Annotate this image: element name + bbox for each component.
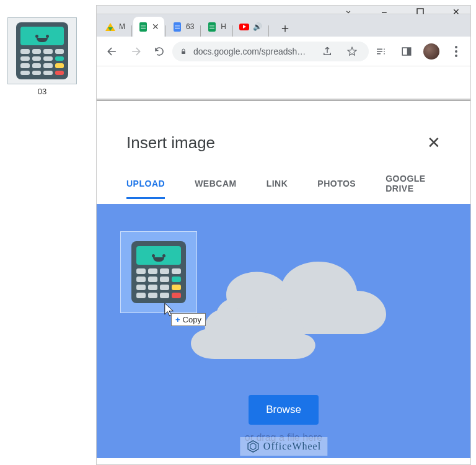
browser-tab-docs[interactable]: 63 [167, 17, 199, 37]
desktop-file-thumb [7, 17, 77, 84]
watermark: OfficeWheel [240, 437, 327, 456]
modal-title: Insert image [126, 133, 215, 153]
tab-label: H [221, 22, 226, 31]
tab-label: M [119, 22, 125, 31]
reading-list-icon[interactable] [371, 42, 390, 61]
browser-tab-drive[interactable]: M [100, 17, 130, 37]
youtube-icon [239, 22, 249, 32]
modal-tab-upload[interactable]: UPLOAD [126, 170, 165, 199]
new-tab-button[interactable]: ＋ [276, 19, 294, 37]
url-text: docs.google.com/spreadsh… [193, 46, 312, 56]
tab-strip: M ✕ 63 H 🔊 ＋ [97, 14, 470, 37]
modal-tab-photos[interactable]: PHOTOS [317, 170, 356, 199]
bookmark-star-icon[interactable] [343, 42, 361, 61]
modal-tabstrip: UPLOAD WEBCAM LINK PHOTOS GOOGLE DRIVE [97, 165, 470, 204]
modal-close-button[interactable]: ✕ [427, 133, 441, 153]
browser-tab-sheets[interactable]: H [202, 17, 231, 37]
page-content: Insert image ✕ UPLOAD WEBCAM LINK PHOTOS… [97, 66, 470, 464]
modal-tab-google-drive[interactable]: GOOGLE DRIVE [386, 165, 441, 204]
chrome-menu-icon[interactable] [447, 42, 465, 61]
insert-image-modal: Insert image ✕ UPLOAD WEBCAM LINK PHOTOS… [97, 101, 470, 464]
browser-window: – ✕ M ✕ 63 H 🔊 ＋ [96, 5, 471, 465]
lock-icon [180, 47, 187, 56]
side-panel-icon[interactable] [397, 42, 416, 61]
share-icon[interactable] [318, 42, 337, 61]
desktop-file-label: 03 [7, 87, 77, 96]
upload-dropzone[interactable]: + Copy Browse or drag a file here Office… [97, 204, 470, 458]
nav-reload-button[interactable] [149, 41, 170, 62]
sheets-icon [207, 22, 217, 32]
browser-tab-youtube[interactable]: 🔊 [234, 17, 267, 37]
nav-back-button[interactable] [102, 41, 123, 62]
drive-icon [105, 22, 115, 32]
officewheel-logo-icon [246, 440, 260, 453]
tab-close-button[interactable]: ✕ [152, 22, 159, 32]
drag-copy-badge: + Copy [171, 313, 206, 326]
svg-marker-5 [250, 443, 255, 450]
modal-tab-link[interactable]: LINK [267, 170, 288, 199]
profile-avatar[interactable] [423, 43, 439, 60]
calculator-icon [16, 22, 68, 79]
svg-rect-1 [182, 51, 185, 54]
calculator-icon [131, 241, 186, 303]
audio-playing-icon: 🔊 [253, 22, 262, 31]
url-field[interactable]: docs.google.com/spreadsh… [172, 42, 369, 61]
plus-icon: + [175, 315, 180, 324]
browser-tab-sheets-active[interactable]: ✕ [133, 17, 164, 37]
desktop-file[interactable]: 03 [7, 17, 77, 96]
modal-tab-webcam[interactable]: WEBCAM [195, 170, 237, 199]
sheets-icon [138, 22, 148, 32]
tab-label: 63 [186, 22, 194, 31]
svg-marker-4 [248, 441, 258, 452]
browse-button[interactable]: Browse [249, 395, 319, 425]
watermark-text: OfficeWheel [263, 441, 321, 452]
svg-rect-3 [407, 48, 411, 55]
copy-badge-label: Copy [183, 315, 201, 324]
drag-preview-thumbnail [120, 231, 197, 313]
nav-forward-button[interactable] [125, 41, 146, 62]
docs-icon [172, 22, 182, 32]
address-bar: docs.google.com/spreadsh… [97, 37, 470, 66]
